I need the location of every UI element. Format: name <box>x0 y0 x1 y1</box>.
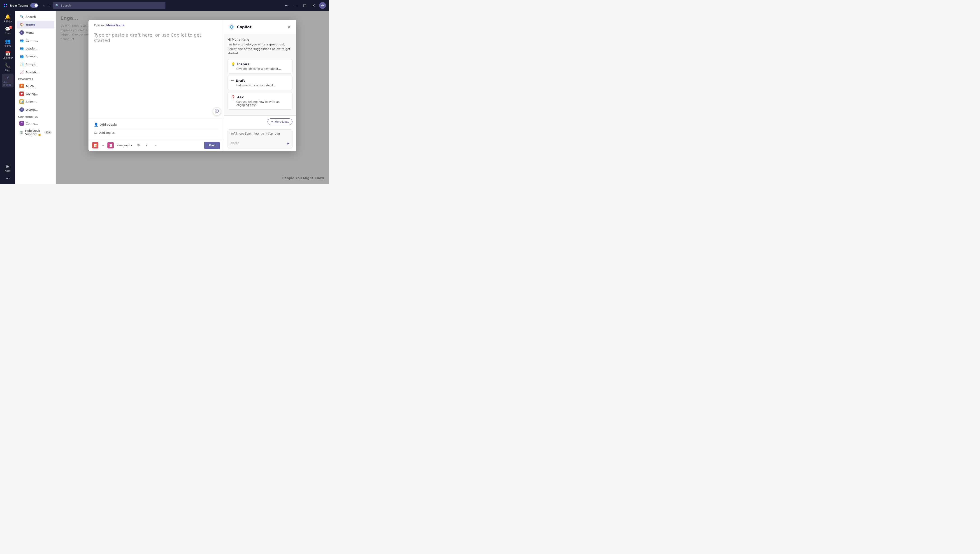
nav-community-help-desk[interactable]: 🏢 Help Desk Support 🔒 20+ <box>17 128 54 137</box>
user-avatar[interactable]: MK <box>319 2 326 9</box>
sidebar-item-activity[interactable]: 🔔 Activity <box>2 13 14 24</box>
post-header: Post as: Mona Kane <box>89 20 224 29</box>
nav-item-leader[interactable]: 👥 Leader... <box>17 45 54 52</box>
add-topics-row[interactable]: 🏷 Add topics <box>94 129 218 137</box>
post-as-name[interactable]: Mona Kane <box>106 24 124 27</box>
copilot-footer: ✦ More ideas 0/2000 ➤ <box>224 115 296 151</box>
sidebar-item-teams[interactable]: 👥 Teams <box>2 37 14 48</box>
new-teams-toggle[interactable] <box>30 3 38 8</box>
copilot-input-field[interactable] <box>231 132 290 139</box>
copilot-logo-icon <box>228 24 235 30</box>
inspire-title: Inspire <box>237 62 250 66</box>
draft-description: Help me write a post about.. <box>231 84 289 87</box>
ask-title-row: ❓ Ask <box>231 95 289 99</box>
copilot-header: Copilot ✕ <box>224 20 296 34</box>
modal-body: Post as: Mona Kane Type or paste a draft… <box>89 20 296 151</box>
sidebar-item-calendar[interactable]: 📅 Calendar <box>2 49 14 61</box>
nav-favorite-giving[interactable]: ♥ Giving... <box>17 90 54 97</box>
sidebar-label-teams: Teams <box>4 45 11 47</box>
toolbar-icon-pink[interactable]: 📋 <box>107 142 114 148</box>
italic-button[interactable]: I <box>143 142 150 149</box>
add-people-row[interactable]: 👤 Add people <box>94 121 218 129</box>
icon-sidebar: 🔔 Activity 💬 Chat 1 👥 Teams 📅 Calendar 📞… <box>0 11 15 184</box>
help-desk-count: 20+ <box>44 131 52 134</box>
copilot-fab-icon <box>215 109 219 114</box>
top-bar-actions: ··· — □ ✕ MK <box>283 2 326 9</box>
copilot-option-draft[interactable]: ✏️ Draft Help me write a post about.. <box>228 76 293 90</box>
sidebar-item-more[interactable]: ··· <box>2 174 14 182</box>
nav-item-analyti[interactable]: 📈 Analyti... <box>17 68 54 76</box>
ellipsis-button[interactable]: ··· <box>283 2 290 9</box>
main-content: Enga... ge with people across...Express … <box>56 11 329 184</box>
sidebar-item-calls[interactable]: 📞 Calls <box>2 61 14 73</box>
italic-icon: I <box>146 144 147 147</box>
nav-mona-label: Mona <box>26 31 33 34</box>
more-formatting-button[interactable]: ··· <box>151 142 158 149</box>
nav-community-conne[interactable]: C Conne... <box>17 120 54 127</box>
draft-title-row: ✏️ Draft <box>231 79 289 83</box>
storyli-icon: 📊 <box>19 62 24 66</box>
nav-analyti-label: Analyti... <box>26 70 39 74</box>
nav-conne-label: Conne... <box>26 122 38 125</box>
nav-item-answe[interactable]: 👥 Answe... <box>17 53 54 60</box>
inspire-icon: 💡 <box>231 62 235 66</box>
paragraph-dropdown-arrow: ▾ <box>131 144 132 147</box>
toolbar-dropdown-arrow[interactable]: ▾ <box>99 142 107 149</box>
copilot-send-button[interactable]: ➤ <box>286 141 290 146</box>
copilot-panel: Copilot ✕ Hi Mona Kane, I'm here to help… <box>224 20 296 151</box>
app-logo <box>3 3 8 8</box>
create-post-modal: Post as: Mona Kane Type or paste a draft… <box>89 20 296 151</box>
nav-sidebar: 🔍 Search 🏠 Home M Mona 👥 Comm... 👥 Leade… <box>15 11 56 184</box>
ask-title: Ask <box>237 95 243 99</box>
minimize-button[interactable]: — <box>292 2 299 9</box>
nav-favorite-wome[interactable]: W Wome... <box>17 106 54 113</box>
copilot-description: I'm here to help you write a great post.… <box>228 42 293 56</box>
bold-button[interactable]: B <box>135 142 142 149</box>
sidebar-label-viva-engage: Viva Engage <box>3 81 13 86</box>
copilot-fab-button[interactable] <box>213 107 221 115</box>
sidebar-item-apps[interactable]: ⊞ Apps <box>2 162 14 174</box>
nav-item-mona[interactable]: M Mona <box>17 29 54 37</box>
post-content-area[interactable]: Type or paste a draft here, or use Copil… <box>89 29 224 118</box>
search-icon: 🔍 <box>55 4 59 7</box>
nav-item-comm[interactable]: 👥 Comm... <box>17 37 54 44</box>
nav-favorite-all-co[interactable]: ★ All co... <box>17 82 54 90</box>
close-button[interactable]: ✕ <box>310 2 317 9</box>
maximize-button[interactable]: □ <box>301 2 308 9</box>
more-ideas-button[interactable]: ✦ More ideas <box>267 118 293 125</box>
nav-search[interactable]: 🔍 Search <box>17 13 54 21</box>
char-count: 0/2000 <box>231 142 239 145</box>
forward-button[interactable]: › <box>47 3 51 8</box>
sidebar-item-viva-engage[interactable]: ⚡ Viva Engage <box>2 73 14 88</box>
draft-icon: ✏️ <box>231 79 234 83</box>
paragraph-dropdown[interactable]: Paragraph ▾ <box>115 142 134 148</box>
nav-item-storyli[interactable]: 📊 Storyli... <box>17 60 54 68</box>
post-as-label: Post as: <box>94 24 105 27</box>
nav-item-home[interactable]: 🏠 Home <box>17 21 54 29</box>
add-people-label: Add people <box>100 123 117 126</box>
copilot-title-row: Copilot <box>228 24 251 30</box>
back-button[interactable]: ‹ <box>42 3 46 8</box>
post-editor: Post as: Mona Kane Type or paste a draft… <box>89 20 224 151</box>
nav-comm-label: Comm... <box>26 39 38 42</box>
home-icon: 🏠 <box>19 22 24 27</box>
copilot-option-ask[interactable]: ❓ Ask Can you tell me how to write an en… <box>228 92 293 110</box>
search-bar[interactable]: 🔍 Search <box>52 2 165 9</box>
copilot-input-area: 0/2000 ➤ <box>228 129 293 148</box>
copilot-close-button[interactable]: ✕ <box>286 24 292 30</box>
conne-icon: C <box>19 121 24 126</box>
post-button[interactable]: Post <box>204 142 220 149</box>
toolbar-icon-red[interactable]: 📝 <box>92 142 99 148</box>
add-topics-label: Add topics <box>99 131 115 134</box>
nav-storyli-label: Storyli... <box>26 62 38 66</box>
nav-favorite-sales[interactable]: 📊 Sales ... <box>17 98 54 105</box>
nav-home-label: Home <box>26 23 35 26</box>
all-co-icon: ★ <box>19 84 24 88</box>
sidebar-item-chat[interactable]: 💬 Chat 1 <box>2 25 14 36</box>
ask-icon: ❓ <box>231 95 235 99</box>
svg-rect-0 <box>3 3 5 5</box>
copilot-option-inspire[interactable]: 💡 Inspire Give me ideas for a post about… <box>228 59 293 73</box>
add-topics-icon: 🏷 <box>94 131 97 135</box>
nav-help-desk-label: Help Desk Support 🔒 <box>25 129 43 136</box>
more-icon: ··· <box>5 176 10 181</box>
